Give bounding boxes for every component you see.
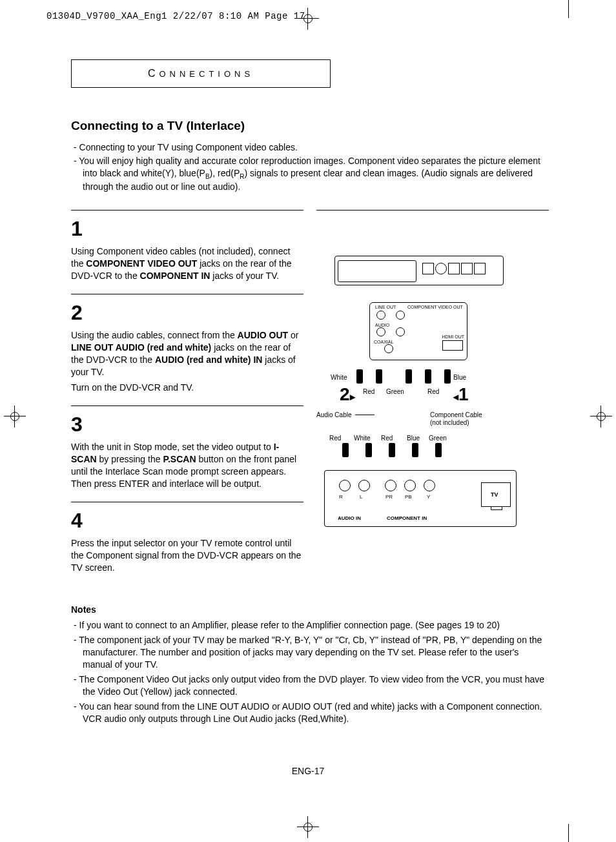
step-number: 3	[71, 414, 303, 435]
page-title: Connecting to a TV (Interlace)	[71, 118, 549, 134]
step-3: 3 With the unit in Stop mode, set the vi…	[71, 406, 303, 490]
note-item: The component jack of your TV may be mar…	[71, 634, 549, 671]
color-label: Green	[429, 434, 447, 443]
color-label: Green	[386, 387, 404, 396]
intro-line: Connecting to your TV using Component vi…	[71, 141, 549, 154]
step-text: Using the audio cables, connect from the…	[71, 329, 303, 378]
step-text: Using Component video cables (not includ…	[71, 245, 303, 282]
registration-mark-icon	[297, 816, 319, 838]
plug-icon	[356, 369, 363, 384]
tv-audio-in-label: AUDIO IN	[338, 515, 361, 522]
plug-icon	[435, 443, 442, 457]
color-label: Blue	[407, 434, 420, 443]
cable-sublabel: (not included)	[430, 418, 469, 427]
registration-mark-icon	[4, 406, 26, 427]
crop-guide	[568, 824, 569, 842]
plug-icon	[376, 369, 382, 384]
step-text: With the unit in Stop mode, set the vide…	[71, 441, 303, 490]
section-heading: ONNECTIONS	[159, 69, 254, 79]
dvd-vcr-front-icon	[334, 256, 504, 285]
color-label: Red	[329, 434, 341, 443]
section-heading-box: CONNECTIONS	[71, 59, 331, 88]
tv-component-in-label: COMPONENT IN	[387, 515, 427, 522]
crop-guide	[568, 0, 569, 18]
step-number: 2	[71, 302, 303, 323]
plug-icon	[425, 369, 431, 384]
step-extra: Turn on the DVD-VCR and TV.	[71, 382, 303, 394]
print-slug: 01304D_V9700_XAA_Eng1 2/22/07 8:10 AM Pa…	[46, 10, 305, 23]
step-4: 4 Press the input selector on your TV re…	[71, 502, 303, 574]
plug-icon	[365, 443, 372, 457]
notes-heading: Notes	[71, 604, 549, 616]
plug-icon	[389, 443, 395, 457]
callout-number-1: 1	[453, 382, 469, 407]
plug-icon	[444, 369, 451, 384]
color-label: Blue	[453, 373, 466, 382]
color-label: White	[354, 434, 371, 443]
step-1: 1 Using Component video cables (not incl…	[71, 210, 303, 282]
tv-icon: TV	[481, 482, 511, 507]
callout-number-2: 2	[340, 382, 355, 407]
registration-mark-icon	[297, 8, 319, 30]
plug-icon	[406, 369, 412, 384]
color-label: Red	[363, 387, 375, 396]
step-number: 4	[71, 510, 303, 531]
dvd-vcr-rear-panel-icon: LINE OUT COMPONENT VIDEO OUT AUDIO COAXI…	[369, 302, 467, 360]
plug-icon	[412, 443, 418, 457]
connection-diagram: LINE OUT COMPONENT VIDEO OUT AUDIO COAXI…	[316, 256, 523, 527]
color-label: Red	[427, 387, 439, 396]
tv-panel-icon: R L PR PB Y AUDIO IN COMPONENT IN TV	[324, 470, 517, 527]
step-number: 1	[71, 218, 303, 239]
note-item: You can hear sound from the LINE OUT AUD…	[71, 701, 549, 725]
plug-icon	[342, 443, 349, 457]
intro-block: Connecting to your TV using Component vi…	[71, 141, 549, 193]
intro-line: You will enjoy high quality and accurate…	[71, 155, 549, 193]
notes-section: Notes If you want to connect to an Ampli…	[71, 604, 549, 725]
color-label: White	[331, 373, 347, 382]
note-item: The Component Video Out jacks only outpu…	[71, 673, 549, 698]
cable-label: Audio Cable	[316, 411, 351, 420]
color-label: Red	[381, 434, 393, 443]
registration-mark-icon	[590, 406, 612, 427]
step-text: Press the input selector on your TV remo…	[71, 537, 303, 574]
page-footer: ENG-17	[0, 765, 616, 777]
note-item: If you want to connect to an Amplifier, …	[71, 619, 549, 632]
step-2: 2 Using the audio cables, connect from t…	[71, 294, 303, 394]
